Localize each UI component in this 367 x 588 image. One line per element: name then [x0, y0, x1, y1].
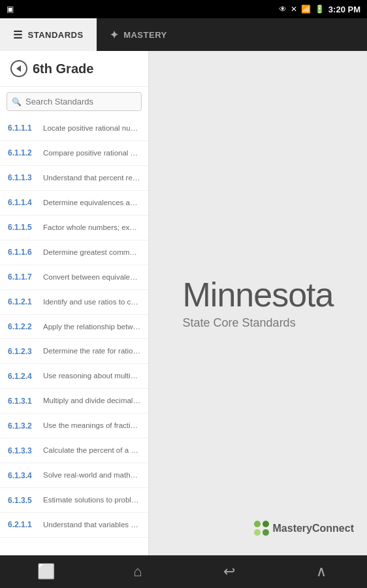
grade-title: 6th Grade — [33, 61, 93, 76]
standard-item[interactable]: 6.1.2.3Determine the rate for ratios of … — [0, 339, 148, 364]
standard-item[interactable]: 6.1.1.4Determine equivalences among frac… — [0, 191, 148, 216]
back-arrow-icon — [16, 65, 21, 72]
standard-description: Calculate the percent of a number a... — [43, 446, 140, 455]
back-header: 6th Grade — [0, 51, 148, 87]
standard-description: Identify and use ratios to compare q... — [43, 297, 140, 307]
standard-code: 6.1.3.5 — [8, 496, 38, 505]
battery-icon: 🔋 — [315, 5, 325, 14]
standard-code: 6.1.3.2 — [8, 421, 38, 431]
main-content: 6th Grade 🔍 6.1.1.1Locate positive ratio… — [0, 51, 367, 555]
mastery-connect-logo: MasteryConnect — [254, 521, 354, 536]
mc-dot-4 — [263, 529, 269, 536]
standard-code: 6.1.1.5 — [8, 223, 38, 232]
standard-code: 6.1.2.4 — [8, 372, 38, 381]
bottom-nav: ⬜ ⌂ ↩ ∧ — [0, 555, 367, 588]
standard-code: 6.1.2.2 — [8, 322, 38, 331]
standard-item[interactable]: 6.1.1.2Compare positive rational numbers… — [0, 141, 148, 166]
standard-description: Multiply and divide decimals and fra... — [43, 396, 140, 406]
mc-brand-text: MasteryConnect — [273, 523, 354, 534]
standard-code: 6.1.3.4 — [8, 471, 38, 480]
standard-item[interactable]: 6.1.1.6Determine greatest common factors… — [0, 240, 148, 265]
mc-dot-1 — [254, 521, 261, 527]
nav-back-button[interactable]: ↩ — [213, 559, 246, 585]
search-icon: 🔍 — [12, 97, 22, 106]
status-bar: ▣ 👁 ✕ 📶 🔋 3:20 PM — [0, 0, 367, 18]
wifi-off-icon: ✕ — [291, 5, 297, 14]
standard-description: Use reasoning about multiplication... — [43, 371, 140, 381]
standard-code: 6.1.1.1 — [8, 123, 38, 133]
search-input[interactable] — [7, 92, 142, 111]
nav-up-button[interactable]: ∧ — [305, 559, 338, 585]
standard-item[interactable]: 6.1.3.2Use the meanings of fractions, mu… — [0, 414, 148, 438]
standard-item[interactable]: 6.1.3.4Solve real-world and mathematical… — [0, 463, 148, 488]
standard-description: Determine greatest common factors... — [43, 248, 140, 257]
tab-mastery[interactable]: ✦ MASTERY — [97, 18, 180, 51]
search-box: 🔍 — [7, 92, 142, 111]
standard-item[interactable]: 6.1.3.5Estimate solutions to problems wi… — [0, 488, 148, 513]
standard-description: Understand that variables represent... — [43, 520, 140, 530]
standard-description: Determine the rate for ratios of qua... — [43, 346, 140, 356]
screen-icon: ▣ — [7, 5, 14, 14]
tab-mastery-label: MASTERY — [123, 30, 167, 40]
tab-standards[interactable]: ☰ STANDARDS — [0, 18, 97, 51]
standard-description: Use the meanings of fractions, multi... — [43, 421, 140, 431]
signal-icon: 📶 — [301, 5, 311, 14]
standard-description: Convert between equivalent represe... — [43, 272, 140, 282]
tab-standards-label: STANDARDS — [28, 30, 84, 40]
mc-logo-dots — [254, 521, 269, 536]
mastery-icon: ✦ — [110, 29, 119, 41]
state-name-display: Minnesota State Core Standards — [183, 276, 334, 330]
right-panel: Minnesota State Core Standards MasteryCo… — [149, 51, 367, 555]
standard-code: 6.1.1.7 — [8, 272, 38, 282]
standard-item[interactable]: 6.1.3.1Multiply and divide decimals and … — [0, 389, 148, 414]
standard-code: 6.1.1.2 — [8, 148, 38, 157]
standard-item[interactable]: 6.1.3.3Calculate the percent of a number… — [0, 438, 148, 463]
standard-item[interactable]: 6.1.1.7Convert between equivalent repres… — [0, 265, 148, 290]
standard-description: Estimate solutions to problems with... — [43, 495, 140, 505]
standard-item[interactable]: 6.1.1.1Locate positive rational numbers … — [0, 116, 148, 141]
standard-description: Apply the relationship between ratio... — [43, 322, 140, 332]
standard-item[interactable]: 6.1.1.5Factor whole numbers; express a w… — [0, 216, 148, 240]
standard-code: 6.1.2.1 — [8, 297, 38, 306]
eye-icon: 👁 — [279, 5, 287, 14]
standard-item[interactable]: 6.1.2.1Identify and use ratios to compar… — [0, 290, 148, 315]
standard-description: Factor whole numbers; express a wh... — [43, 223, 140, 233]
standard-description: Compare positive rational numbers... — [43, 148, 140, 158]
standard-item[interactable]: 6.1.1.3Understand that percent represent… — [0, 166, 148, 191]
standard-item[interactable]: 6.1.2.4Use reasoning about multiplicatio… — [0, 364, 148, 389]
standard-code: 6.1.1.6 — [8, 248, 38, 257]
state-name: Minnesota — [183, 276, 334, 314]
standards-list: 6.1.1.1Locate positive rational numbers … — [0, 116, 148, 555]
standard-description: Locate positive rational numbers on... — [43, 123, 140, 133]
standard-description: Understand that percent represents... — [43, 173, 140, 183]
standard-code: 6.2.1.1 — [8, 520, 38, 529]
standard-code: 6.1.3.3 — [8, 446, 38, 455]
standard-item[interactable]: 6.2.1.1Understand that variables represe… — [0, 513, 148, 538]
mc-dot-3 — [254, 529, 261, 536]
left-panel: 6th Grade 🔍 6.1.1.1Locate positive ratio… — [0, 51, 149, 555]
standard-description: Determine equivalences among fract... — [43, 198, 140, 208]
standard-code: 6.1.2.3 — [8, 347, 38, 356]
current-time: 3:20 PM — [328, 5, 360, 14]
tab-bar: ☰ STANDARDS ✦ MASTERY — [0, 18, 367, 51]
standards-icon: ☰ — [13, 29, 23, 41]
nav-recents-button[interactable]: ⬜ — [29, 559, 62, 585]
nav-home-button[interactable]: ⌂ — [121, 559, 154, 585]
standard-code: 6.1.1.4 — [8, 198, 38, 207]
standard-code: 6.1.1.3 — [8, 173, 38, 182]
mc-dot-2 — [263, 521, 269, 527]
standard-item[interactable]: 6.1.2.2Apply the relationship between ra… — [0, 315, 148, 340]
state-subtitle: State Core Standards — [183, 316, 334, 330]
back-button[interactable] — [10, 60, 27, 77]
standard-description: Solve real-world and mathematical p... — [43, 470, 140, 480]
standard-code: 6.1.3.1 — [8, 397, 38, 406]
